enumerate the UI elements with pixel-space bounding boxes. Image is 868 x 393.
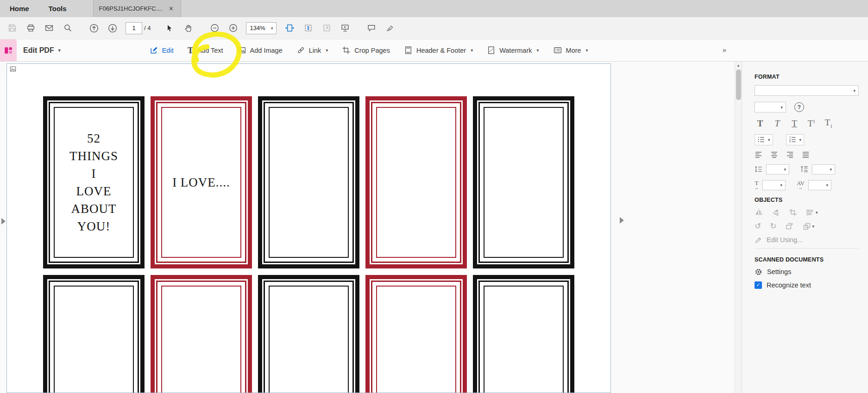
- card[interactable]: [473, 96, 574, 268]
- save-button[interactable]: [5, 21, 19, 36]
- font-family-select[interactable]: ▾: [755, 85, 859, 96]
- card-text[interactable]: I LOVE....: [172, 174, 230, 191]
- card[interactable]: 52THINGSILOVEABOUTYOU!: [43, 96, 145, 268]
- fit-page-button[interactable]: [301, 21, 315, 36]
- hand-tool-button[interactable]: [181, 21, 195, 36]
- flip-vertical-icon[interactable]: [772, 208, 780, 217]
- card-text[interactable]: THINGS: [69, 147, 118, 165]
- superscript-icon[interactable]: T1: [806, 119, 817, 128]
- watermark-icon: [487, 46, 496, 55]
- bold-icon[interactable]: T: [755, 119, 766, 128]
- align-justify-icon[interactable]: [802, 151, 810, 159]
- card[interactable]: [43, 275, 145, 393]
- card[interactable]: [473, 275, 574, 393]
- fullscreen-button[interactable]: [320, 21, 333, 36]
- link-button[interactable]: Link ▾: [296, 46, 328, 55]
- select-tool-button[interactable]: [163, 21, 176, 36]
- more-button[interactable]: More ▾: [553, 46, 588, 55]
- subscript-icon[interactable]: T1: [823, 118, 834, 129]
- vertical-scrollbar[interactable]: ▲: [735, 62, 742, 393]
- numbered-list-select[interactable]: ▾: [786, 134, 805, 145]
- email-button[interactable]: [42, 21, 56, 36]
- header-footer-button[interactable]: Header & Footer ▾: [404, 46, 473, 55]
- edit-tool-button[interactable]: Edit: [150, 46, 174, 55]
- zoom-level-select[interactable]: 134% ▾: [246, 22, 277, 34]
- align-left-icon[interactable]: [755, 151, 762, 159]
- line-spacing-select[interactable]: ▾: [766, 164, 789, 175]
- objects-panel-title: OBJECTS: [755, 197, 859, 203]
- menu-tools[interactable]: Tools: [39, 0, 76, 17]
- card[interactable]: [151, 275, 252, 393]
- zoom-in-icon: [229, 24, 238, 32]
- page-number-input[interactable]: [126, 22, 142, 34]
- comment-button[interactable]: [365, 21, 378, 36]
- character-spacing-select[interactable]: ▾: [808, 180, 831, 190]
- underline-icon[interactable]: T: [789, 119, 800, 128]
- italic-icon[interactable]: T: [772, 119, 783, 128]
- edit-using-button[interactable]: Edit Using...: [755, 236, 859, 244]
- search-button[interactable]: [61, 21, 75, 36]
- left-panel-handle-icon[interactable]: [1, 218, 6, 225]
- crop-pages-button[interactable]: Crop Pages: [342, 46, 390, 55]
- scrollbar-thumb[interactable]: [736, 69, 741, 100]
- scroll-mode-button[interactable]: [283, 21, 296, 36]
- crop-icon[interactable]: [789, 208, 797, 217]
- card[interactable]: [365, 96, 467, 268]
- card[interactable]: [365, 275, 467, 393]
- scroll-up-arrow-icon[interactable]: ▲: [735, 63, 742, 68]
- align-center-icon[interactable]: [770, 151, 778, 159]
- card[interactable]: I LOVE....: [151, 96, 252, 268]
- edit-pdf-tool-badge[interactable]: [0, 39, 17, 61]
- recognize-text-label: Recognize text: [767, 281, 811, 289]
- zoom-out-button[interactable]: [208, 21, 221, 36]
- card-text[interactable]: YOU!: [77, 218, 111, 235]
- rotate-ccw-icon[interactable]: ↺: [755, 222, 761, 230]
- paragraph-spacing-icon[interactable]: [800, 165, 808, 173]
- card[interactable]: [258, 96, 359, 268]
- menu-home-label: Home: [10, 5, 29, 12]
- align-right-icon[interactable]: [786, 151, 794, 159]
- horizontal-scale-select[interactable]: ▾: [762, 180, 786, 190]
- pdf-page[interactable]: 52THINGSILOVEABOUTYOU!I LOVE....: [6, 63, 611, 393]
- objects-row-2: ↺ ↻ ▾: [755, 222, 859, 231]
- previous-page-button[interactable]: [87, 21, 101, 36]
- highlight-button[interactable]: [383, 21, 397, 36]
- card-text[interactable]: I: [92, 165, 96, 182]
- rotate-cw-icon[interactable]: ↻: [770, 222, 776, 230]
- bullet-list-select[interactable]: ▾: [755, 134, 773, 145]
- edit-pdf-title[interactable]: Edit PDF ▾: [23, 46, 61, 55]
- titlebar: Home Tools F06PSJ1HCJOFKFC.... ×: [0, 0, 868, 17]
- add-image-button[interactable]: Add Image: [237, 46, 283, 55]
- line-spacing-icon[interactable]: [755, 165, 762, 173]
- document-tab[interactable]: F06PSJ1HCJOFKFC.... ×: [93, 0, 181, 17]
- zoom-in-button[interactable]: [226, 21, 240, 36]
- horizontal-scale-icon[interactable]: T↔: [755, 180, 759, 190]
- watermark-button[interactable]: Watermark ▾: [487, 46, 539, 55]
- card-text[interactable]: ABOUT: [71, 200, 117, 218]
- close-tab-icon[interactable]: ×: [169, 5, 173, 13]
- character-spacing-icon[interactable]: AV↔: [797, 180, 805, 190]
- add-text-button[interactable]: T Add Text: [188, 46, 223, 55]
- card[interactable]: [258, 275, 359, 393]
- align-objects-select[interactable]: ▾: [806, 208, 818, 217]
- toolbar-overflow-chevron[interactable]: »: [723, 46, 726, 54]
- flip-horizontal-icon[interactable]: [755, 208, 763, 217]
- recognize-checkbox[interactable]: ✓: [755, 281, 762, 289]
- card-text[interactable]: LOVE: [76, 182, 112, 200]
- card-text[interactable]: 52: [87, 130, 101, 147]
- document-canvas[interactable]: 52THINGSILOVEABOUTYOU!I LOVE.... ▲: [0, 62, 742, 393]
- replace-image-icon[interactable]: [786, 222, 794, 231]
- right-panel-handle-icon[interactable]: [620, 217, 624, 224]
- recognize-text-option[interactable]: ✓ Recognize text: [755, 281, 859, 289]
- font-size-select[interactable]: ▾: [755, 102, 786, 112]
- print-button[interactable]: [24, 21, 38, 36]
- settings-button[interactable]: Settings: [755, 268, 859, 276]
- card-inner: [484, 286, 564, 393]
- presentation-button[interactable]: [338, 21, 352, 36]
- next-page-button[interactable]: [106, 21, 120, 36]
- help-icon[interactable]: ?: [794, 102, 804, 112]
- paragraph-spacing-select[interactable]: ▾: [812, 164, 835, 175]
- menu-home[interactable]: Home: [0, 0, 39, 17]
- arrange-objects-select[interactable]: ▾: [803, 222, 815, 231]
- save-icon: [8, 24, 17, 32]
